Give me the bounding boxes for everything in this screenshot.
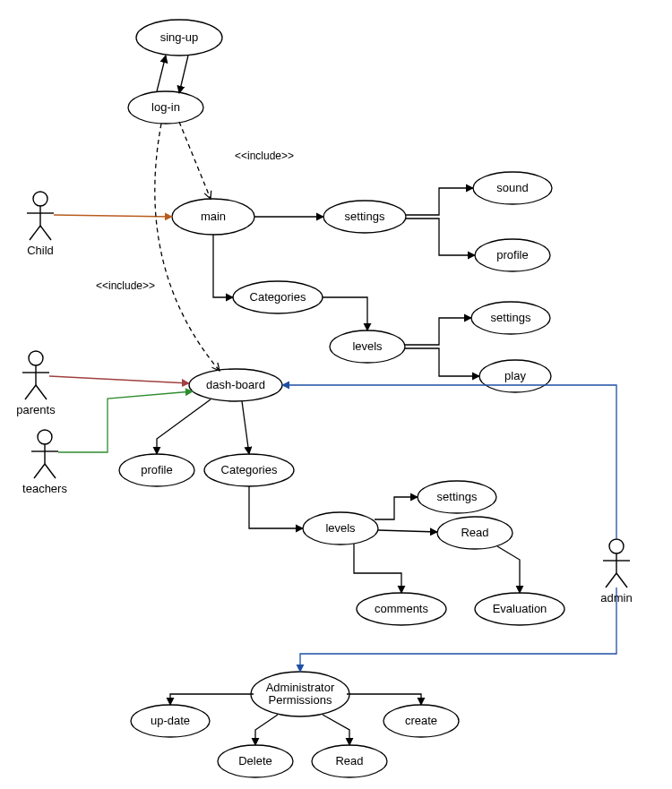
edge-parents-dashboard (49, 376, 189, 383)
svg-line-9 (36, 385, 47, 399)
usecase-adminperm-label: Administrator Permissions (255, 682, 345, 708)
include-annotation-2: <<include>> (96, 280, 155, 292)
edge-main-categories (213, 235, 233, 297)
edge-dash-categories (242, 401, 249, 454)
usecase-login-label: log-in (151, 101, 180, 114)
usecase-comments-label: comments (375, 603, 428, 615)
actor-teachers (31, 430, 58, 478)
usecase-profile2-label: profile (141, 464, 172, 476)
edge-settings-profile (406, 219, 475, 255)
svg-line-18 (606, 573, 616, 587)
usecase-update-label: up-date (151, 715, 190, 727)
usecase-categories1-label: Categories (250, 291, 306, 304)
edge-signup-login (179, 56, 188, 93)
usecase-settings3-label: settings (437, 491, 478, 503)
usecase-delete-label: Delete (238, 755, 272, 768)
usecase-sound-label: sound (496, 182, 528, 194)
actor-admin (603, 539, 630, 587)
actor-parents (22, 351, 49, 399)
usecase-categories2-label: Categories (221, 464, 278, 476)
svg-point-0 (33, 192, 47, 206)
edge-settings-sound (406, 188, 473, 215)
svg-line-19 (616, 573, 627, 587)
edge-include-login-dashboard (155, 124, 220, 371)
svg-point-5 (29, 351, 43, 365)
usecase-signup-label: sing-up (160, 31, 199, 44)
usecase-create-label: create (405, 715, 437, 727)
svg-point-10 (38, 430, 52, 444)
edge-adminperm-update (170, 694, 254, 705)
svg-line-4 (40, 226, 51, 240)
edge-categories2-levels (249, 486, 303, 528)
edge-read-evaluation (497, 546, 520, 593)
edge-child-main (54, 215, 172, 217)
svg-line-3 (30, 226, 40, 240)
usecase-read1-label: Read (461, 527, 488, 539)
edge-levels-play (405, 348, 479, 376)
include-annotation-1: <<include>> (235, 150, 294, 162)
edge-categories-levels (323, 297, 367, 330)
edge-adminperm-read (323, 715, 349, 745)
edge-levels2-settings (375, 497, 418, 519)
edge-login-signup (157, 56, 166, 91)
actor-admin-label: admin (600, 592, 632, 605)
usecase-dashboard-label: dash-board (206, 379, 265, 391)
usecase-settings1-label: settings (345, 210, 385, 223)
actor-child-label: Child (27, 244, 54, 257)
actor-child (27, 192, 54, 240)
actor-parents-label: parents (16, 404, 55, 416)
edge-levels2-read (378, 530, 437, 532)
edge-levels2-comments (354, 544, 401, 593)
usecase-settings2-label: settings (491, 312, 531, 324)
edge-adminperm-delete (255, 715, 278, 745)
actor-teachers-label: teachers (22, 483, 67, 495)
edge-levels-settings (405, 318, 471, 345)
usecase-main-label: main (201, 210, 226, 223)
edge-adminperm-create (347, 694, 421, 705)
usecase-evaluation-label: Evaluation (493, 603, 547, 615)
svg-line-8 (25, 385, 36, 399)
usecase-levels2-label: levels (325, 522, 355, 535)
svg-line-14 (45, 464, 56, 478)
svg-point-15 (609, 539, 624, 553)
edge-dash-profile (157, 399, 211, 454)
usecase-read2-label: Read (335, 755, 363, 768)
edge-admin-adminperm (300, 587, 616, 672)
usecase-play-label: play (504, 370, 526, 382)
usecase-profile1-label: profile (496, 249, 528, 262)
svg-line-13 (34, 464, 45, 478)
edge-teachers-dashboard (58, 391, 193, 452)
edge-include-login-main (179, 122, 211, 199)
usecase-levels1-label: levels (352, 340, 382, 353)
